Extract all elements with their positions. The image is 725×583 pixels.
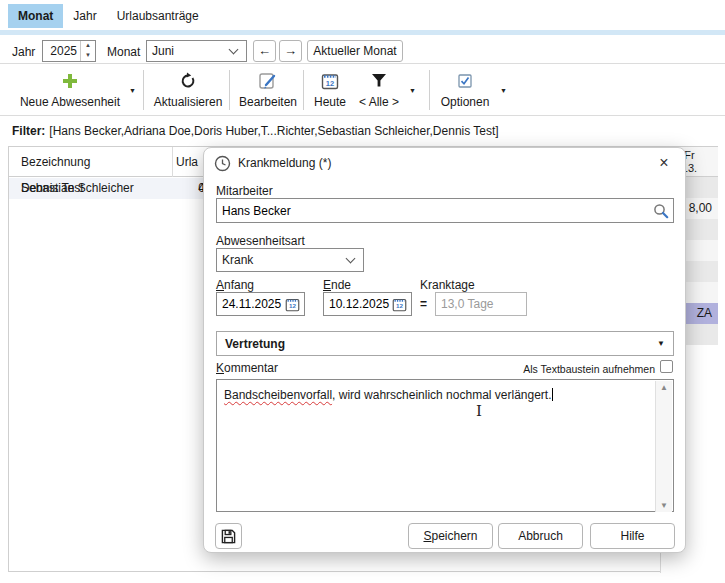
anfang-label: Anfang bbox=[216, 278, 254, 292]
refresh-label: Aktualisieren bbox=[150, 95, 226, 109]
toolbar: Neue Abwesenheit ▼ Aktualisieren Be bbox=[0, 63, 725, 116]
spin-up-icon[interactable]: ▲ bbox=[81, 41, 95, 51]
ende-input[interactable] bbox=[324, 297, 392, 311]
equals-sign: = bbox=[420, 297, 427, 311]
clock-icon bbox=[214, 155, 231, 172]
tab-bar: Monat Jahr Urlaubsanträge bbox=[8, 4, 209, 28]
misspelled-word: Bandscheibenvorfall bbox=[224, 388, 332, 402]
options-label: Optionen bbox=[435, 95, 495, 109]
spin-down-icon[interactable]: ▼ bbox=[81, 51, 95, 61]
save-template-button[interactable] bbox=[215, 523, 242, 549]
options-caret-icon[interactable]: ▼ bbox=[500, 87, 507, 94]
dialog-title: Krankmeldung (*) bbox=[238, 156, 331, 170]
ende-field[interactable]: 12 bbox=[323, 292, 412, 316]
dialog-title-bar[interactable]: Krankmeldung (*) × bbox=[204, 148, 685, 178]
year-spinner[interactable]: 2025 ▲ ▼ bbox=[42, 40, 96, 62]
calendar-icon: 12 bbox=[321, 72, 339, 90]
vertretung-label: Vertretung bbox=[225, 337, 285, 351]
row-urlaub: 0 bbox=[173, 178, 205, 199]
today-button[interactable]: 12 Heute bbox=[308, 69, 352, 109]
scrollbar-down-icon[interactable]: ▼ bbox=[656, 501, 672, 510]
scrollbar-up-icon[interactable]: ▲ bbox=[656, 383, 672, 392]
textbaustein-checkbox[interactable] bbox=[660, 360, 673, 373]
column-separator[interactable] bbox=[172, 147, 173, 177]
funnel-icon bbox=[371, 73, 387, 89]
plus-icon bbox=[63, 74, 77, 88]
kranktage-label: Kranktage bbox=[420, 278, 475, 292]
filter-value: [Hans Becker,Adriana Doe,Doris Huber,T..… bbox=[49, 124, 498, 138]
calendar-date-icon[interactable]: 12 bbox=[392, 297, 407, 312]
edit-icon bbox=[258, 71, 278, 91]
tab-jahr[interactable]: Jahr bbox=[63, 4, 106, 28]
refresh-icon bbox=[179, 72, 197, 90]
filter-caret-icon[interactable]: ▼ bbox=[409, 87, 416, 94]
new-absence-button[interactable]: Neue Abwesenheit bbox=[14, 69, 126, 109]
filter-all-label: < Alle > bbox=[353, 95, 405, 109]
vertretung-section-header[interactable]: Vertretung ▼ bbox=[216, 331, 674, 356]
app-window: Monat Jahr Urlaubsanträge Jahr 2025 ▲ ▼ … bbox=[0, 0, 725, 583]
kranktage-value bbox=[436, 297, 526, 311]
month-select[interactable]: Juni bbox=[146, 40, 247, 62]
chevron-down-icon bbox=[229, 44, 239, 54]
tab-monat[interactable]: Monat bbox=[8, 4, 63, 28]
toolbar-separator bbox=[303, 70, 304, 110]
search-icon[interactable] bbox=[653, 203, 669, 219]
month-value: Juni bbox=[147, 44, 230, 58]
svg-text:12: 12 bbox=[289, 302, 296, 309]
close-icon[interactable]: × bbox=[653, 154, 675, 172]
speichern-label: Speichern bbox=[423, 524, 477, 548]
abbruch-button[interactable]: Abbruch bbox=[498, 523, 583, 549]
refresh-button[interactable]: Aktualisieren bbox=[150, 69, 226, 109]
edit-label: Bearbeiten bbox=[236, 95, 300, 109]
hilfe-button[interactable]: Hilfe bbox=[590, 523, 675, 549]
options-button[interactable]: Optionen bbox=[435, 69, 495, 109]
mitarbeiter-field[interactable] bbox=[216, 198, 674, 223]
svg-text:12: 12 bbox=[396, 302, 403, 309]
current-month-button[interactable]: Aktueller Monat bbox=[307, 40, 403, 62]
textarea-scrollbar[interactable]: ▲ ▼ bbox=[655, 381, 672, 512]
new-absence-caret-icon[interactable]: ▼ bbox=[129, 87, 136, 94]
toolbar-separator bbox=[429, 70, 430, 110]
column-header-urlaub[interactable]: Urla bbox=[176, 155, 198, 169]
toolbar-separator bbox=[229, 70, 230, 110]
abbruch-label: Abbruch bbox=[518, 529, 563, 543]
textbaustein-label: Als Textbaustein aufnehmen bbox=[523, 363, 655, 375]
month-label: Monat bbox=[107, 45, 140, 59]
filter-label: Filter: bbox=[12, 124, 45, 138]
edit-button[interactable]: Bearbeiten bbox=[236, 69, 300, 109]
filter-all-button[interactable]: < Alle > bbox=[353, 69, 405, 109]
vertretung-caret-icon[interactable]: ▼ bbox=[657, 339, 665, 348]
speichern-button[interactable]: Speichern bbox=[408, 523, 493, 549]
toolbar-separator bbox=[143, 70, 144, 110]
options-icon bbox=[457, 73, 473, 89]
prev-month-button[interactable]: ← bbox=[253, 40, 276, 62]
abwesenheitsart-label: Abwesenheitsart bbox=[216, 234, 305, 248]
kranktage-field bbox=[435, 292, 527, 316]
anfang-input[interactable] bbox=[217, 297, 285, 311]
year-label: Jahr bbox=[12, 45, 35, 59]
floppy-icon bbox=[221, 529, 236, 544]
text-caret bbox=[552, 388, 553, 401]
today-label: Heute bbox=[308, 95, 352, 109]
calendar-date-icon[interactable]: 12 bbox=[285, 297, 300, 312]
svg-text:12: 12 bbox=[326, 79, 334, 88]
row-name: Dennis Test bbox=[13, 178, 173, 199]
filter-bar: Filter:[Hans Becker,Adriana Doe,Doris Hu… bbox=[12, 124, 499, 138]
krankmeldung-dialog: Krankmeldung (*) × Mitarbeiter Abwesenhe… bbox=[203, 147, 686, 553]
abwesenheitsart-select[interactable]: Krank bbox=[216, 248, 364, 272]
tab-urlaubsantraege[interactable]: Urlaubsanträge bbox=[107, 4, 209, 28]
next-month-button[interactable]: → bbox=[279, 40, 302, 62]
kommentar-label: Kommentar bbox=[216, 361, 278, 375]
tab-strip bbox=[0, 30, 725, 35]
kommentar-textarea[interactable]: Bandscheibenvorfall, wird wahrscheinlich… bbox=[216, 379, 674, 512]
chevron-down-icon bbox=[346, 253, 356, 263]
mitarbeiter-input[interactable] bbox=[217, 204, 653, 218]
mitarbeiter-label: Mitarbeiter bbox=[216, 184, 273, 198]
column-header-bezeichnung[interactable]: Bezeichnung bbox=[21, 155, 90, 169]
kommentar-rest: , wird wahrscheinlich nochmal verlängert… bbox=[332, 388, 551, 402]
kommentar-text: Bandscheibenvorfall, wird wahrscheinlich… bbox=[224, 387, 649, 403]
anfang-field[interactable]: 12 bbox=[216, 292, 305, 316]
year-value: 2025 bbox=[43, 41, 80, 61]
new-absence-label: Neue Abwesenheit bbox=[14, 95, 126, 109]
ende-label: Ende bbox=[323, 278, 351, 292]
